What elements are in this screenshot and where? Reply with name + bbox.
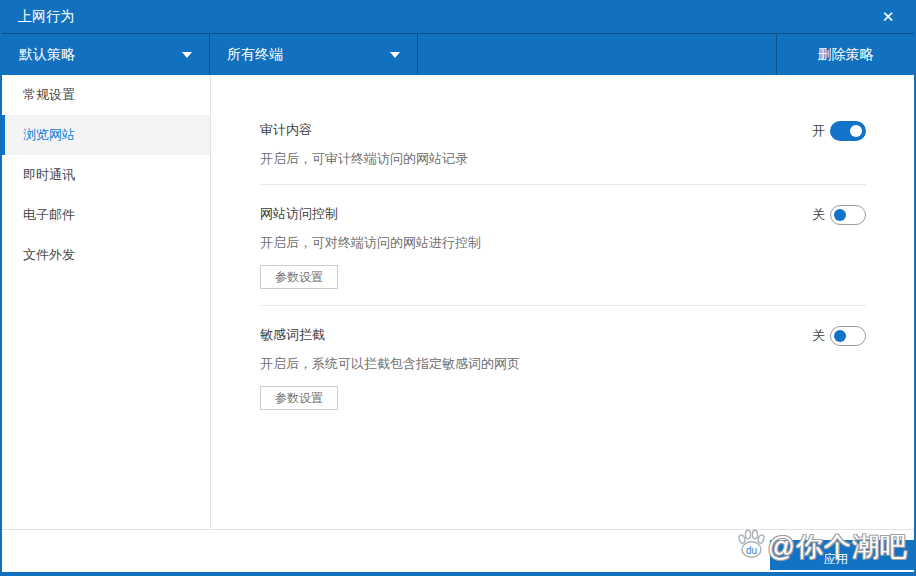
content-body: 常规设置 浏览网站 即时通讯 电子邮件 文件外发 审计内容 开启后，可审计终端访… — [2, 75, 914, 529]
toggle-group: 关 — [812, 205, 866, 225]
toggle-group: 开 — [812, 121, 866, 141]
terminal-dropdown[interactable]: 所有终端 — [210, 34, 418, 75]
sidebar-item-file-outgoing[interactable]: 文件外发 — [2, 235, 210, 275]
parameter-settings-button[interactable]: 参数设置 — [260, 265, 338, 289]
setting-row-website-access-control: 网站访问控制 开启后，可对终端访问的网站进行控制 参数设置 关 — [260, 185, 866, 306]
toggle-state-label: 关 — [812, 206, 825, 224]
sensitive-word-toggle[interactable] — [830, 326, 866, 346]
close-icon[interactable]: ✕ — [878, 9, 898, 24]
setting-row-audit-content: 审计内容 开启后，可审计终端访问的网站记录 开 — [260, 121, 866, 185]
policy-toolbar: 默认策略 所有终端 删除策略 — [2, 33, 914, 75]
app-window: 上网行为 ✕ 默认策略 所有终端 删除策略 常规设置 浏览网站 即时通讯 — [0, 0, 916, 576]
sidebar-item-general-settings[interactable]: 常规设置 — [2, 75, 210, 115]
setting-title: 审计内容 — [260, 121, 812, 139]
footer-strip — [2, 529, 914, 572]
setting-title: 敏感词拦截 — [260, 326, 812, 344]
policy-dropdown[interactable]: 默认策略 — [2, 34, 210, 75]
sidebar-item-email[interactable]: 电子邮件 — [2, 195, 210, 235]
delete-policy-button[interactable]: 删除策略 — [776, 34, 914, 75]
settings-panel: 审计内容 开启后，可审计终端访问的网站记录 开 网站访问控制 开启后，可对终端访… — [211, 75, 914, 529]
setting-title: 网站访问控制 — [260, 205, 812, 223]
sidebar-item-label: 电子邮件 — [23, 206, 75, 224]
parameter-settings-button[interactable]: 参数设置 — [260, 386, 338, 410]
toggle-state-label: 开 — [812, 122, 825, 140]
setting-row-sensitive-word-blocking: 敏感词拦截 开启后，系统可以拦截包含指定敏感词的网页 参数设置 关 — [260, 306, 866, 410]
toggle-group: 关 — [812, 326, 866, 346]
toolbar-spacer — [418, 34, 776, 75]
website-access-control-toggle[interactable] — [830, 205, 866, 225]
terminal-dropdown-value: 所有终端 — [227, 46, 283, 64]
audit-content-toggle[interactable] — [830, 121, 866, 141]
delete-policy-label: 删除策略 — [818, 46, 874, 64]
title-bar: 上网行为 ✕ — [2, 0, 914, 33]
chevron-down-icon — [182, 52, 192, 58]
setting-description: 开启后，可对终端访问的网站进行控制 — [260, 234, 812, 252]
policy-dropdown-value: 默认策略 — [19, 46, 75, 64]
sidebar-item-browse-websites[interactable]: 浏览网站 — [2, 115, 210, 155]
window-title: 上网行为 — [18, 8, 74, 26]
chevron-down-icon — [390, 52, 400, 58]
sidebar-item-label: 文件外发 — [23, 246, 75, 264]
setting-description: 开启后，可审计终端访问的网站记录 — [260, 150, 812, 168]
sidebar: 常规设置 浏览网站 即时通讯 电子邮件 文件外发 — [2, 75, 211, 529]
sidebar-item-label: 即时通讯 — [23, 166, 75, 184]
sidebar-item-label: 浏览网站 — [23, 126, 75, 144]
sidebar-item-label: 常规设置 — [23, 86, 75, 104]
sidebar-item-instant-messaging[interactable]: 即时通讯 — [2, 155, 210, 195]
setting-description: 开启后，系统可以拦截包含指定敏感词的网页 — [260, 355, 812, 373]
toggle-state-label: 关 — [812, 327, 825, 345]
